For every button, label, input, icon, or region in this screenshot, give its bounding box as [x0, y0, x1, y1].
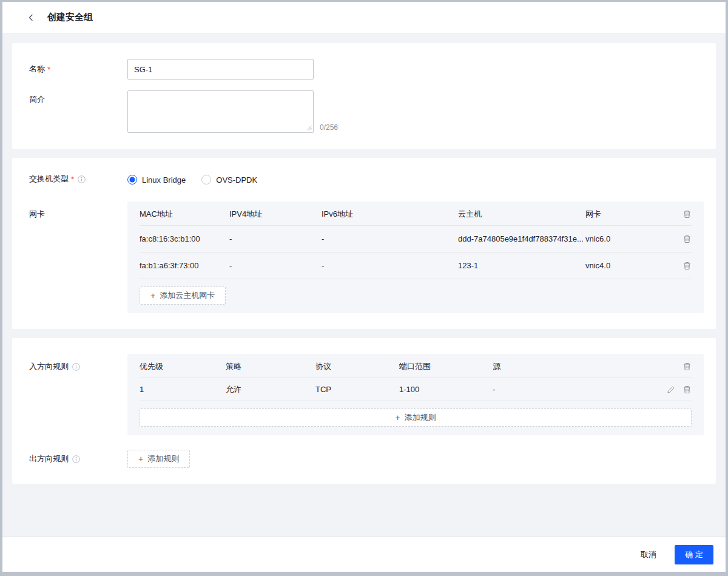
column-header: 端口范围 — [399, 361, 493, 372]
table-row: fa:c8:16:3c:b1:00 - - ddd-7a74805e9e1f4d… — [140, 226, 692, 252]
outbound-rules-row: 出方向规则 + 添加规则 — [29, 450, 704, 468]
add-rule-label: 添加规则 — [405, 412, 436, 423]
row-actions — [673, 261, 692, 270]
radio-linux-bridge[interactable]: Linux Bridge — [127, 175, 186, 185]
delete-rule-button[interactable] — [682, 385, 692, 394]
inbound-label-group: 入方向规则 — [29, 354, 127, 372]
edit-rule-button[interactable] — [667, 385, 675, 394]
info-icon — [78, 175, 86, 183]
trash-icon — [682, 385, 692, 394]
host-cell: 123-1 — [458, 261, 585, 270]
header-actions — [655, 362, 692, 371]
column-header: 源 — [493, 361, 655, 372]
column-header: 网卡 — [585, 209, 673, 220]
description-textarea-wrap: 0/256 — [127, 90, 314, 133]
priority-cell: 1 — [140, 385, 226, 394]
basic-info-panel: 名称 * 简介 0/256 — [12, 43, 716, 149]
radio-label: Linux Bridge — [142, 175, 186, 185]
trash-icon — [682, 261, 692, 270]
description-field-row: 简介 0/256 — [29, 90, 704, 133]
plus-icon: + — [150, 291, 155, 300]
add-nic-label: 添加云主机网卡 — [160, 290, 215, 301]
nic-table-header: MAC地址 IPV4地址 IPv6地址 云主机 网卡 — [140, 203, 692, 226]
name-label: 名称 — [29, 64, 45, 75]
column-header: MAC地址 — [140, 209, 229, 220]
name-label-group: 名称 * — [29, 64, 127, 75]
add-inbound-rule-button[interactable]: + 添加规则 — [140, 408, 692, 427]
host-cell: ddd-7a74805e9e1f4df788374f31e... — [458, 234, 585, 243]
char-counter: 0/256 — [320, 123, 338, 132]
nic-cell: vnic4.0 — [585, 261, 673, 270]
source-cell: - — [493, 385, 655, 394]
description-textarea[interactable] — [127, 90, 314, 133]
outbound-label-group: 出方向规则 — [29, 453, 127, 464]
column-header: IPv6地址 — [322, 209, 458, 220]
delete-row-button[interactable] — [682, 234, 692, 243]
nic-cell: vnic6.0 — [585, 234, 673, 243]
radio-icon — [127, 175, 137, 185]
required-asterisk: * — [71, 175, 74, 184]
chevron-left-icon — [27, 13, 35, 22]
delete-all-nic-button[interactable] — [682, 209, 692, 219]
required-asterisk: * — [47, 65, 50, 74]
nic-row: 网卡 MAC地址 IPV4地址 IPv6地址 云主机 网卡 fa:c8 — [29, 202, 704, 313]
protocol-cell: TCP — [315, 385, 399, 394]
name-field-row: 名称 * — [29, 59, 704, 80]
nic-label-group: 网卡 — [29, 202, 127, 220]
description-label-group: 简介 — [29, 90, 127, 105]
radio-icon — [201, 175, 211, 185]
add-rule-label: 添加规则 — [147, 453, 179, 464]
add-outbound-rule-button[interactable]: + 添加规则 — [127, 450, 190, 468]
port-range-cell: 1-100 — [399, 385, 493, 394]
table-row: fa:b1:a6:3f:73:00 - - 123-1 vnic4.0 — [140, 252, 692, 279]
mac-cell: fa:c8:16:3c:b1:00 — [140, 234, 229, 243]
outbound-rules-label: 出方向规则 — [29, 453, 69, 464]
switch-type-label-group: 交换机类型 * — [29, 174, 127, 185]
column-header: 策略 — [226, 361, 315, 372]
inbound-rules-label: 入方向规则 — [29, 361, 69, 372]
plus-icon: + — [138, 454, 143, 464]
plus-icon: + — [395, 413, 400, 422]
radio-label: OVS-DPDK — [216, 175, 257, 185]
nic-label: 网卡 — [29, 209, 45, 220]
page-title: 创建安全组 — [47, 12, 93, 23]
inbound-rules-row: 入方向规则 优先级 策略 协议 端口范围 源 — [29, 354, 704, 435]
pencil-icon — [667, 385, 675, 394]
table-row: 1 允许 TCP 1-100 - — [140, 378, 692, 401]
switch-type-row: 交换机类型 * Linux Bridge OVS-DPDK — [29, 174, 704, 185]
header-actions — [673, 209, 692, 219]
policy-cell: 允许 — [226, 384, 315, 395]
delete-all-rules-button[interactable] — [682, 362, 692, 371]
trash-icon — [682, 234, 692, 243]
description-label: 简介 — [29, 94, 45, 105]
nic-table: MAC地址 IPV4地址 IPv6地址 云主机 网卡 fa:c8:16:3c:b… — [127, 202, 704, 313]
switch-type-radio-group: Linux Bridge OVS-DPDK — [127, 174, 257, 185]
column-header: 协议 — [315, 361, 399, 372]
delete-row-button[interactable] — [682, 261, 692, 270]
column-header: 云主机 — [458, 209, 585, 220]
ipv6-cell: - — [322, 234, 458, 243]
name-input[interactable] — [127, 59, 314, 80]
info-icon — [72, 455, 80, 463]
network-panel: 交换机类型 * Linux Bridge OVS-DPDK 网卡 — [12, 158, 716, 329]
rules-panel: 入方向规则 优先级 策略 协议 端口范围 源 — [12, 338, 716, 484]
info-icon — [72, 363, 80, 371]
confirm-button[interactable]: 确 定 — [675, 545, 713, 564]
row-actions — [673, 234, 692, 243]
cancel-button[interactable]: 取消 — [638, 546, 659, 564]
radio-ovs-dpdk[interactable]: OVS-DPDK — [201, 175, 257, 185]
page-footer: 取消 确 定 — [2, 537, 726, 572]
inbound-rules-table: 优先级 策略 协议 端口范围 源 1 允许 TCP 1-100 — [127, 354, 704, 435]
mac-cell: fa:b1:a6:3f:73:00 — [140, 261, 229, 270]
add-nic-button[interactable]: + 添加云主机网卡 — [140, 286, 226, 305]
switch-type-label: 交换机类型 — [29, 174, 69, 185]
back-button[interactable] — [24, 11, 38, 24]
trash-icon — [682, 209, 692, 219]
trash-icon — [682, 362, 692, 371]
row-actions — [655, 385, 692, 394]
ipv6-cell: - — [322, 261, 458, 270]
ipv4-cell: - — [229, 261, 322, 270]
rules-table-header: 优先级 策略 协议 端口范围 源 — [140, 355, 692, 378]
column-header: 优先级 — [140, 361, 226, 372]
ipv4-cell: - — [229, 234, 322, 243]
